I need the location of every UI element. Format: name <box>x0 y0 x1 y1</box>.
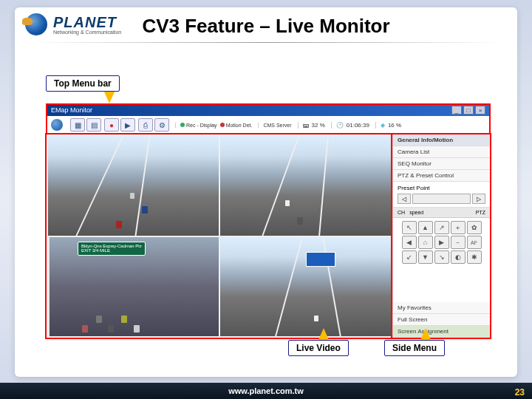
app-window: EMap Monitor _ □ × ▦ ▤ ● ▶ ⎙ ⚙ <box>46 103 491 338</box>
preset-select[interactable] <box>412 194 471 204</box>
toolbar-group-misc: ⎙ ⚙ <box>138 118 169 132</box>
zoom-in-button[interactable]: ＋ <box>451 221 466 234</box>
settings-button[interactable]: ⚙ <box>154 118 169 132</box>
callout-top-menu: Top Menu bar <box>46 75 120 92</box>
preset-point-box: Preset Point ◁ ▷ <box>393 182 490 208</box>
ptz-up-left-button[interactable]: ↖ <box>402 221 417 234</box>
layout-button[interactable]: ▤ <box>86 118 101 132</box>
side-item-camera-list[interactable]: Camera List <box>393 146 490 158</box>
preset-label: Preset Point <box>398 185 485 191</box>
layout-button[interactable]: ▦ <box>70 118 85 132</box>
toolbar-clock: 🕐 01:06:39 <box>331 122 369 129</box>
window-titlebar[interactable]: EMap Monitor _ □ × <box>47 104 490 116</box>
app-body: Bklyn-Qns Expwy-Cadman Plz EXIT 3/4 MILE <box>47 134 490 338</box>
globe-icon <box>25 13 47 35</box>
focus-near-button[interactable]: ◐ <box>451 250 466 264</box>
camera-feed-2[interactable] <box>220 136 391 236</box>
ptz-home-button[interactable]: ⌂ <box>418 236 433 249</box>
preset-prev-button[interactable]: ◁ <box>398 194 411 204</box>
toolbar-server: CMS Server <box>258 123 291 128</box>
disk-pct: 32 % <box>312 122 325 129</box>
ptz-label: PTZ <box>476 210 485 215</box>
net-pct: 16 % <box>388 122 401 129</box>
globe-icon <box>51 119 63 131</box>
footer-url: www.planet.com.tw <box>228 386 304 395</box>
highway-sign: Bklyn-Qns Expwy-Cadman Plz EXIT 3/4 MILE <box>78 242 146 256</box>
side-item-screen-assign[interactable]: Screen Assignment <box>393 326 490 338</box>
side-menu: General Info/Motion Camera List SEQ Moni… <box>392 134 490 338</box>
footer-bar: www.planet.com.tw <box>0 383 532 399</box>
minimize-button[interactable]: _ <box>451 106 462 115</box>
close-button[interactable]: × <box>475 106 485 115</box>
side-header[interactable]: General Info/Motion <box>393 134 490 146</box>
camera-feed-1[interactable] <box>48 136 219 236</box>
ptz-header-row: CH speed PTZ <box>393 208 490 218</box>
top-toolbar: ▦ ▤ ● ▶ ⎙ ⚙ Rec - Display Motion Det. CM… <box>47 116 490 134</box>
iris-open-button[interactable]: ✿ <box>467 221 482 234</box>
camera-feed-3[interactable]: Bklyn-Qns Expwy-Cadman Plz EXIT 3/4 MILE <box>48 237 219 337</box>
callout-side-menu: Side Menu <box>384 340 445 356</box>
record-button[interactable]: ● <box>104 118 119 132</box>
snapshot-button[interactable]: ⎙ <box>138 118 153 132</box>
autofocus-button[interactable]: AF <box>467 236 482 249</box>
ptz-left-button[interactable]: ◀ <box>402 236 417 249</box>
net-icon: ◆ <box>381 122 385 129</box>
slide: PLANET Networking & Communication CV3 Fe… <box>15 7 517 377</box>
window-controls: _ □ × <box>451 106 485 115</box>
ptz-up-button[interactable]: ▲ <box>418 221 433 234</box>
toolbar-net: ◆ 16 % <box>375 122 401 129</box>
ptz-up-right-button[interactable]: ↗ <box>434 221 449 234</box>
page-number: 23 <box>515 387 525 398</box>
camera-feed-4[interactable] <box>220 237 391 337</box>
clock-icon: 🕐 <box>336 122 344 129</box>
ptz-down-button[interactable]: ▼ <box>418 250 433 264</box>
pointer-icon <box>103 90 115 103</box>
window-title: EMap Monitor <box>51 106 92 114</box>
zoom-out-button[interactable]: － <box>451 236 466 249</box>
maximize-button[interactable]: □ <box>463 106 474 115</box>
iris-close-button[interactable]: ✱ <box>467 250 482 264</box>
ptz-control-grid: ↖ ▲ ↗ ＋ ✿ ◀ ⌂ ▶ － AF ↙ ▼ ↘ ◐ ✱ <box>393 218 490 267</box>
logo-text: PLANET <box>53 14 121 31</box>
divider <box>30 42 502 43</box>
ptz-down-left-button[interactable]: ↙ <box>402 250 417 264</box>
preset-next-button[interactable]: ▷ <box>472 194 485 204</box>
ptz-right-button[interactable]: ▶ <box>434 236 449 249</box>
toolbar-group-layout: ▦ ▤ <box>70 118 101 132</box>
side-item-favorites[interactable]: My Favorites <box>393 302 490 314</box>
toolbar-logo <box>51 119 63 131</box>
live-video-grid[interactable]: Bklyn-Qns Expwy-Cadman Plz EXIT 3/4 MILE <box>47 134 392 338</box>
side-item-ptz-preset[interactable]: PTZ & Preset Control <box>393 170 490 182</box>
ptz-down-right-button[interactable]: ↘ <box>434 250 449 264</box>
side-item-fullscreen[interactable]: Full Screen <box>393 314 490 326</box>
play-button[interactable]: ▶ <box>120 118 135 132</box>
toolbar-status: Rec - Display Motion Det. <box>175 123 252 128</box>
callout-live-video: Live Video <box>288 340 349 356</box>
disk-icon: 🖴 <box>303 122 309 129</box>
clock-time: 01:06:39 <box>347 122 369 129</box>
toolbar-group-play: ● ▶ <box>104 118 135 132</box>
side-item-seq-monitor[interactable]: SEQ Monitor <box>393 158 490 170</box>
logo-tagline: Networking & Communication <box>53 30 121 35</box>
toolbar-disk: 🖴 32 % <box>298 122 325 129</box>
